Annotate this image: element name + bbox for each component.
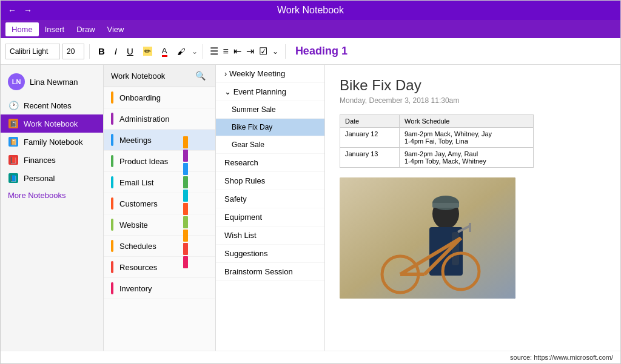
sidebar-label-personal: Personal [24, 174, 55, 183]
notebook-icon-work: 📓 [8, 118, 19, 129]
page-gear-sale[interactable]: Gear Sale [216, 136, 324, 154]
user-name: Lina Newman [30, 78, 78, 87]
section-onboarding[interactable]: Onboarding [104, 87, 215, 108]
page-event-planning[interactable]: ⌄ Event Planning [216, 83, 324, 101]
avatar-initials: LN [12, 78, 21, 85]
section-color-customers [111, 197, 113, 210]
menu-insert[interactable]: Insert [39, 22, 71, 36]
notebook-title: Work Notebook [111, 71, 165, 81]
checkbox-button[interactable]: ☑ [257, 45, 269, 57]
pages-panel: › Weekly Meeting ⌄ Event Planning Summer… [216, 65, 325, 351]
section-color-onboarding [111, 91, 113, 104]
table-header-schedule: Work Schedule [400, 115, 534, 128]
avatar: LN [8, 73, 25, 90]
section-meetings[interactable]: Meetings [104, 130, 215, 151]
ribbon: Calibri Light 20 B I U ✏ A 🖌 ⌄ ☰ ≡ ⇤ ⇥ ☑… [1, 38, 620, 65]
section-color-email [111, 176, 113, 188]
more-notebooks-link[interactable]: More Notebooks [1, 187, 103, 204]
page-brainstorm[interactable]: Brainstorm Session [216, 263, 324, 281]
title-bar: ← → Work Notebook [1, 1, 620, 20]
sidebar-item-finances[interactable]: 📕 Finances [1, 151, 103, 169]
section-color-admin [111, 113, 113, 125]
menu-draw[interactable]: Draw [70, 22, 101, 36]
section-email[interactable]: Email List [104, 172, 215, 193]
sidebar-label-work: Work Notebook [24, 119, 78, 128]
page-label-summer: Summer Sale [232, 105, 276, 114]
page-title: Bike Fix Day [340, 77, 606, 94]
section-color-resources [111, 261, 113, 273]
page-meta: Monday, December 3, 2018 11:30am [340, 96, 606, 105]
sidebar-label-finances: Finances [24, 156, 56, 165]
page-weekly[interactable]: › Weekly Meeting [216, 65, 324, 83]
font-size-box[interactable]: 20 [62, 44, 84, 59]
italic-button[interactable]: I [111, 44, 121, 59]
sidebar-item-personal[interactable]: 📘 Personal [1, 169, 103, 187]
table-cell-date-1: January 12 [340, 128, 400, 148]
section-label-email: Email List [119, 178, 153, 187]
menu-home[interactable]: Home [5, 22, 39, 36]
page-summer-sale[interactable]: Summer Sale [216, 101, 324, 119]
back-button[interactable]: ← [8, 5, 16, 15]
page-shop-rules[interactable]: Shop Rules [216, 172, 324, 190]
section-label-website: Website [119, 220, 148, 230]
menu-view[interactable]: View [101, 22, 130, 36]
search-icon[interactable]: 🔍 [193, 70, 208, 82]
font-name-box[interactable]: Calibri Light [5, 44, 60, 59]
table-row-1: January 12 9am-2pm Mack, Whitney, Jay1-4… [340, 128, 534, 148]
user-profile: LN Lina Newman [1, 70, 103, 94]
table-row-2: January 13 9am-2pm Jay, Amy, Raul1-4pm T… [340, 148, 534, 168]
section-color-meetings [111, 134, 113, 146]
page-wishlist[interactable]: Wish List [216, 227, 324, 245]
page-label-safety: Safety [224, 194, 247, 204]
format-painter-button[interactable]: 🖌 [173, 44, 189, 59]
section-product[interactable]: Product Ideas [104, 151, 215, 172]
section-schedules[interactable]: Schedules [104, 236, 215, 257]
page-research[interactable]: Research [216, 154, 324, 172]
app-container: ← → Work Notebook Home Insert Draw View … [0, 0, 621, 364]
section-label-resources: Resources [119, 263, 157, 272]
section-customers[interactable]: Customers [104, 193, 215, 214]
bullet-list-button[interactable]: ☰ [208, 45, 220, 57]
forward-button[interactable]: → [24, 5, 32, 15]
sections-panel: Work Notebook 🔍 Onboarding Administratio… [104, 65, 216, 351]
ribbon-sep-1 [89, 44, 90, 59]
sidebar-label-family: Family Notebook [24, 137, 83, 147]
sidebar-item-work[interactable]: 📓 Work Notebook [1, 114, 103, 133]
bike-photo-svg [340, 177, 515, 299]
underline-button[interactable]: U [123, 44, 137, 59]
indent-right-button[interactable]: ⇥ [244, 45, 256, 57]
page-suggestions[interactable]: Suggestions [216, 245, 324, 263]
table-header-date: Date [340, 115, 400, 128]
page-label-bike: Bike Fix Day [232, 123, 272, 131]
indent-left-button[interactable]: ⇤ [232, 45, 243, 57]
section-label-schedules: Schedules [119, 242, 156, 251]
sidebar-item-family[interactable]: 📔 Family Notebook [1, 133, 103, 151]
number-list-button[interactable]: ≡ [221, 46, 230, 57]
bike-photo [340, 177, 515, 299]
bold-button[interactable]: B [95, 44, 109, 59]
list-dropdown-button[interactable]: ⌄ [270, 47, 280, 56]
section-inventory[interactable]: Inventory [104, 278, 215, 299]
content-area: Bike Fix Day Monday, December 3, 2018 11… [325, 65, 620, 351]
table-cell-date-2: January 13 [340, 148, 400, 168]
section-admin[interactable]: Administration [104, 108, 215, 130]
page-bike-fix[interactable]: Bike Fix Day [216, 119, 324, 136]
section-label-customers: Customers [119, 199, 158, 208]
font-color-button[interactable]: A [158, 44, 171, 59]
format-more-button[interactable]: ⌄ [192, 47, 198, 56]
page-label-shop-rules: Shop Rules [224, 176, 265, 185]
heading-label[interactable]: Heading 1 [295, 45, 347, 58]
section-resources[interactable]: Resources [104, 257, 215, 278]
svg-rect-3 [452, 232, 459, 265]
main-area: LN Lina Newman 🕐 Recent Notes 📓 Work Not… [1, 65, 620, 351]
left-sidebar: LN Lina Newman 🕐 Recent Notes 📓 Work Not… [1, 65, 104, 351]
highlight-button[interactable]: ✏ [139, 44, 156, 59]
page-equipment[interactable]: Equipment [216, 208, 324, 227]
page-safety[interactable]: Safety [216, 190, 324, 208]
section-website[interactable]: Website [104, 214, 215, 236]
schedule-table: Date Work Schedule January 12 9am-2pm Ma… [340, 114, 534, 168]
page-label-wishlist: Wish List [224, 231, 257, 240]
notebook-icon-family: 📔 [8, 136, 19, 147]
section-label-onboarding: Onboarding [119, 93, 161, 102]
sidebar-item-recent[interactable]: 🕐 Recent Notes [1, 96, 103, 114]
